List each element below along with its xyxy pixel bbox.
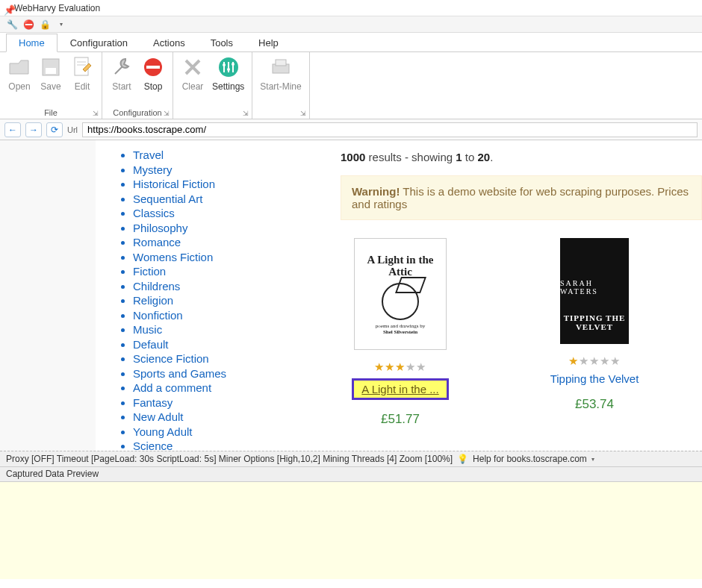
svg-rect-15: [276, 60, 286, 66]
status-text: Proxy [OFF] Timeout [PageLoad: 30s Scrip…: [6, 454, 453, 464]
svg-rect-1: [46, 68, 56, 74]
warning-banner: Warning! This is a demo website for web …: [341, 175, 702, 220]
product-price: £51.77: [381, 412, 420, 427]
category-link[interactable]: Religion: [133, 293, 314, 308]
category-link[interactable]: Nonfiction: [133, 308, 314, 323]
quick-access-toolbar: 🔧 ⛔ 🔒 ▾: [0, 16, 702, 33]
titlebar: 📌 WebHarvy Evaluation: [0, 0, 702, 16]
category-link[interactable]: Womens Fiction: [133, 250, 314, 265]
star-rating: ★★★★★: [374, 360, 426, 374]
ribbon-group-label: File: [44, 108, 58, 117]
start-mine-button[interactable]: Start-Mine: [260, 55, 301, 92]
category-link[interactable]: Fantasy: [133, 395, 314, 410]
product-price: £53.74: [575, 397, 614, 412]
category-link[interactable]: Historical Fiction: [133, 177, 314, 192]
product-grid: A Light in the Attic poems and drawings …: [341, 238, 702, 427]
product-card: A Light in the Attic poems and drawings …: [341, 238, 460, 427]
category-link[interactable]: Sports and Games: [133, 366, 314, 381]
category-link[interactable]: Sequential Art: [133, 192, 314, 207]
category-link[interactable]: Romance: [133, 235, 314, 250]
url-input[interactable]: [82, 122, 698, 137]
stop-icon[interactable]: ⛔: [22, 19, 34, 31]
dialog-launcher-icon[interactable]: ⇲: [164, 110, 170, 117]
status-bar: Proxy [OFF] Timeout [PageLoad: 30s Scrip…: [0, 451, 702, 467]
category-link[interactable]: Science: [133, 439, 314, 451]
dialog-launcher-icon[interactable]: ⇲: [243, 110, 249, 117]
category-link[interactable]: Mystery: [133, 163, 314, 178]
url-label: Url: [67, 125, 78, 134]
ribbon-group-misc2: Start-Mine ⇲: [252, 52, 309, 119]
edit-button[interactable]: Edit: [70, 55, 94, 92]
refresh-button[interactable]: ⟳: [46, 122, 63, 137]
x-icon: [181, 55, 205, 79]
tab-configuration[interactable]: Configuration: [58, 34, 140, 51]
wrench-large-icon: [110, 55, 134, 79]
start-button[interactable]: Start: [110, 55, 134, 92]
navigation-bar: ← → ⟳ Url: [0, 119, 702, 140]
bulb-icon: 💡: [457, 454, 468, 464]
stop-button[interactable]: Stop: [141, 55, 165, 92]
ribbon-group-misc1: Clear Settings ⇲: [173, 52, 252, 119]
category-link[interactable]: Childrens: [133, 279, 314, 294]
category-link[interactable]: Philosophy: [133, 221, 314, 236]
category-link[interactable]: Classics: [133, 206, 314, 221]
back-button[interactable]: ←: [4, 122, 21, 137]
category-link[interactable]: Travel: [133, 148, 314, 163]
dialog-launcher-icon[interactable]: ⇲: [93, 110, 99, 117]
svg-point-12: [227, 68, 230, 71]
category-link[interactable]: Default: [133, 337, 314, 352]
wrench-icon[interactable]: 🔧: [6, 19, 18, 31]
pin-icon: 📌: [4, 4, 11, 12]
forward-button[interactable]: →: [25, 122, 42, 137]
sliders-icon: [217, 55, 240, 79]
category-link[interactable]: Young Adult: [133, 425, 314, 440]
svg-point-11: [223, 63, 226, 66]
edit-icon: [70, 55, 94, 79]
main-panel: 1000 results - showing 1 to 20. Warning!…: [320, 140, 702, 451]
save-button[interactable]: Save: [39, 55, 63, 92]
window-title: WebHarvy Evaluation: [14, 3, 100, 13]
category-link[interactable]: Add a comment: [133, 381, 314, 395]
ribbon-group-configuration: Start Stop Configuration⇲: [102, 52, 173, 119]
left-gutter: [0, 140, 96, 451]
preview-header: Captured Data Preview: [0, 467, 702, 482]
ribbon-group-file: Open Save Edit File⇲: [0, 52, 102, 119]
category-link[interactable]: Music: [133, 322, 314, 337]
tab-home[interactable]: Home: [6, 34, 58, 52]
lock-icon[interactable]: 🔒: [39, 19, 51, 31]
tab-actions[interactable]: Actions: [140, 34, 198, 51]
star-rating: ★★★★★: [568, 354, 621, 368]
results-summary: 1000 results - showing 1 to 20.: [341, 151, 702, 163]
chevron-down-icon[interactable]: ▾: [591, 456, 594, 463]
category-link[interactable]: Science Fiction: [133, 351, 314, 366]
category-link[interactable]: Fiction: [133, 264, 314, 279]
printer-icon: [269, 55, 293, 79]
book-cover[interactable]: SARAH WATERS TIPPING THE VELVET: [560, 238, 629, 344]
clear-button[interactable]: Clear: [181, 55, 205, 92]
category-sidebar: TravelMysteryHistorical FictionSequentia…: [96, 140, 320, 451]
svg-point-13: [232, 63, 234, 66]
product-card: SARAH WATERS TIPPING THE VELVET ★★★★★ Ti…: [535, 238, 654, 427]
ribbon: Open Save Edit File⇲ Start Stop Configu: [0, 52, 702, 119]
folder-open-icon: [7, 55, 31, 79]
browser-content: TravelMysteryHistorical FictionSequentia…: [0, 140, 702, 451]
preview-body: [0, 482, 702, 579]
no-entry-icon: [141, 55, 165, 79]
svg-rect-6: [146, 66, 160, 69]
status-help-link[interactable]: Help for books.toscrape.com: [473, 454, 587, 464]
ribbon-tabs: Home Configuration Actions Tools Help: [0, 33, 702, 52]
save-icon: [39, 55, 63, 79]
product-title-link[interactable]: A Light in the ...: [352, 378, 448, 400]
settings-button[interactable]: Settings: [212, 55, 244, 92]
dialog-launcher-icon[interactable]: ⇲: [300, 110, 306, 117]
ribbon-group-label: Configuration: [113, 108, 161, 117]
tab-help[interactable]: Help: [246, 34, 291, 51]
quick-access-dropdown-icon[interactable]: ▾: [55, 19, 67, 31]
product-title-link[interactable]: Tipping the Velvet: [550, 372, 639, 385]
tab-tools[interactable]: Tools: [198, 34, 246, 51]
category-link[interactable]: New Adult: [133, 410, 314, 425]
open-button[interactable]: Open: [7, 55, 31, 92]
book-cover[interactable]: A Light in the Attic poems and drawings …: [354, 238, 447, 350]
